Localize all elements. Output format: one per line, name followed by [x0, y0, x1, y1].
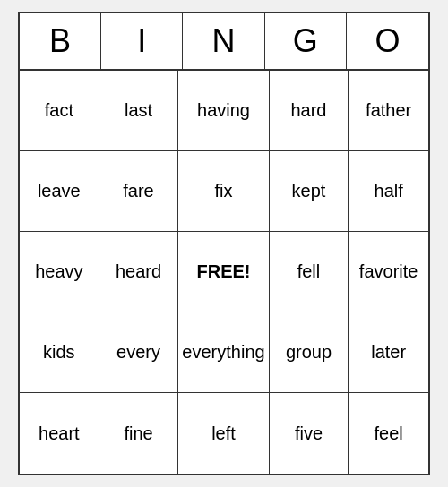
bingo-cell[interactable]: fell: [270, 232, 349, 312]
bingo-cell[interactable]: having: [178, 71, 269, 151]
bingo-cell[interactable]: feel: [349, 393, 428, 474]
bingo-cell[interactable]: last: [99, 71, 179, 151]
bingo-cell[interactable]: fine: [99, 393, 179, 474]
bingo-cell[interactable]: five: [270, 393, 349, 474]
header-letter: N: [183, 13, 264, 69]
bingo-cell[interactable]: heart: [20, 393, 99, 474]
bingo-cell[interactable]: kids: [20, 312, 99, 393]
bingo-cell[interactable]: half: [349, 151, 428, 232]
bingo-cell[interactable]: favorite: [349, 232, 428, 312]
header-letter: B: [20, 13, 101, 69]
header-letter: G: [265, 13, 347, 69]
bingo-cell[interactable]: fact: [20, 71, 99, 151]
free-cell[interactable]: FREE!: [178, 232, 269, 312]
bingo-cell[interactable]: fix: [178, 151, 269, 232]
bingo-card: BINGO factlasthavinghardfatherleavefaref…: [18, 12, 430, 475]
bingo-cell[interactable]: kept: [270, 151, 349, 232]
header-letter: I: [101, 13, 183, 69]
bingo-grid: factlasthavinghardfatherleavefarefixkept…: [20, 71, 428, 474]
bingo-cell[interactable]: hard: [270, 71, 349, 151]
bingo-cell[interactable]: heard: [99, 232, 179, 312]
bingo-cell[interactable]: every: [99, 312, 179, 393]
bingo-cell[interactable]: father: [349, 71, 428, 151]
bingo-cell[interactable]: group: [270, 312, 349, 393]
header-letter: O: [347, 13, 428, 69]
bingo-cell[interactable]: leave: [20, 151, 99, 232]
bingo-cell[interactable]: fare: [99, 151, 179, 232]
bingo-cell[interactable]: everything: [178, 312, 269, 393]
bingo-header: BINGO: [20, 13, 428, 71]
bingo-cell[interactable]: left: [178, 393, 269, 474]
bingo-cell[interactable]: later: [349, 312, 428, 393]
bingo-cell[interactable]: heavy: [20, 232, 99, 312]
